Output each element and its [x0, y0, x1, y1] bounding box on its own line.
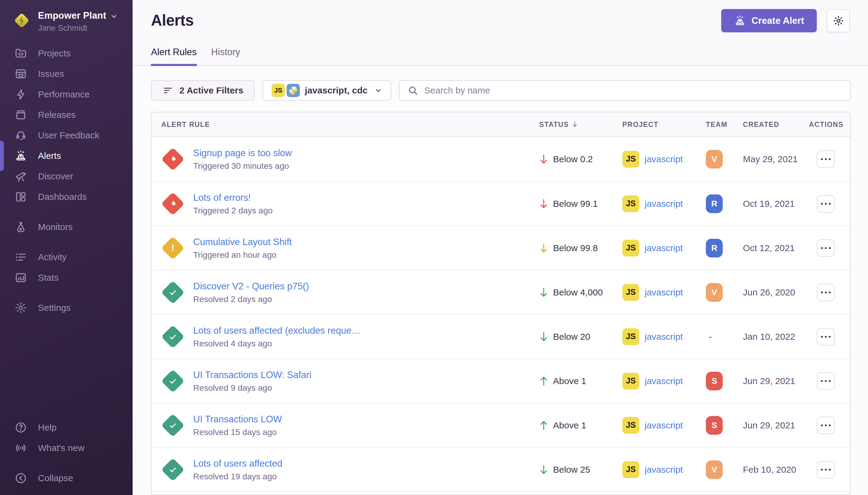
status-down-arrow-icon	[539, 331, 548, 342]
org-switcher[interactable]: Empower Plant Jane Schmidt	[12, 10, 118, 33]
sidebar-item-user-feedback[interactable]: User Feedback	[0, 125, 133, 146]
col-actions: Actions	[809, 120, 844, 129]
project-link[interactable]: javascript	[645, 464, 683, 475]
main-content: Alerts Create Alert Alert Rules His	[133, 0, 868, 495]
sidebar-item-collapse[interactable]: Collapse	[0, 468, 133, 488]
alert-rule-link[interactable]: Cumulative Layout Shift	[193, 236, 292, 247]
created-cell: Jan 10, 2022	[743, 331, 795, 342]
actions-cell	[817, 239, 835, 257]
sidebar-item-discover[interactable]: Discover	[0, 166, 133, 187]
row-actions-button[interactable]	[817, 150, 835, 168]
sidebar-item-issues[interactable]: Issues	[0, 64, 133, 84]
status-cell: Below 25	[539, 464, 590, 475]
col-project[interactable]: Project	[622, 120, 659, 129]
javascript-badge: JS	[622, 240, 639, 257]
created-cell: Oct 12, 2021	[743, 243, 795, 253]
team-avatar[interactable]: V	[706, 150, 723, 169]
sidebar-item-alerts[interactable]: Alerts	[0, 146, 133, 166]
create-alert-button[interactable]: Create Alert	[721, 9, 817, 32]
sidebar-item-releases[interactable]: Releases	[0, 105, 133, 125]
alert-rule-link[interactable]: Signup page is too slow	[193, 148, 292, 158]
discover-icon	[15, 170, 27, 183]
sidebar-item-label: User Feedback	[38, 130, 99, 140]
created-cell: Jun 26, 2020	[743, 287, 795, 297]
sidebar-item-label: Dashboards	[38, 192, 87, 202]
alert-rule-link[interactable]: UI Transactions LOW: Safari	[193, 369, 311, 380]
sidebar-item-monitors[interactable]: Monitors	[0, 217, 133, 237]
created-cell: Jun 29, 2021	[743, 376, 795, 386]
sidebar-item-label: Collapse	[38, 473, 73, 483]
active-filters-label: 2 Active Filters	[179, 85, 243, 96]
project-link[interactable]: javascript	[645, 154, 683, 164]
sidebar-item-label: What's new	[38, 443, 84, 453]
user-name: Jane Schmidt	[38, 23, 118, 33]
alert-rule-cell: Signup page is too slow Triggered 30 min…	[193, 148, 292, 171]
sidebar-item-dashboards[interactable]: Dashboards	[0, 187, 133, 207]
project-filter-dropdown[interactable]: JS javascript, cdc	[262, 80, 391, 101]
alert-rule-cell: Discover V2 - Queries p75() Resolved 2 d…	[193, 281, 309, 304]
settings-icon	[15, 302, 27, 314]
project-link[interactable]: javascript	[645, 420, 683, 430]
sidebar-item-help[interactable]: Help	[0, 417, 133, 438]
col-status[interactable]: Status	[539, 120, 578, 129]
team-avatar[interactable]: S	[706, 416, 723, 435]
page-title: Alerts	[151, 12, 194, 29]
alert-rule-link[interactable]: Lots of users affected	[193, 458, 282, 469]
tab-history[interactable]: History	[211, 47, 240, 66]
status-label: Below 20	[553, 331, 590, 342]
javascript-badge: JS	[272, 84, 285, 97]
sort-desc-icon	[571, 121, 578, 128]
sidebar-item-stats[interactable]: Stats	[0, 268, 133, 288]
create-alert-label: Create Alert	[751, 15, 804, 26]
alert-rule-cell: UI Transactions LOW Resolved 15 days ago	[193, 414, 282, 437]
sidebar-item-label: Monitors	[38, 222, 73, 232]
project-link[interactable]: javascript	[645, 199, 683, 209]
col-created[interactable]: Created	[743, 120, 779, 129]
row-actions-button[interactable]	[817, 239, 835, 257]
table-header: Alert Rule Status Project Team Created A…	[152, 113, 850, 137]
created-cell: Feb 10, 2020	[743, 464, 796, 475]
sidebar-item-what-s-new[interactable]: What's new	[0, 438, 133, 458]
row-actions-button[interactable]	[817, 416, 835, 434]
row-actions-button[interactable]	[817, 372, 835, 390]
active-filters-button[interactable]: 2 Active Filters	[151, 80, 255, 101]
col-team[interactable]: Team	[706, 120, 728, 129]
search-input[interactable]	[424, 85, 843, 96]
col-alert-rule[interactable]: Alert Rule	[161, 120, 210, 129]
project-cell: JS javascript	[622, 195, 683, 212]
row-actions-button[interactable]	[817, 328, 835, 345]
sidebar-item-activity[interactable]: Activity	[0, 247, 133, 268]
project-link[interactable]: javascript	[645, 331, 683, 342]
sidebar-item-performance[interactable]: Performance	[0, 84, 133, 105]
sidebar-item-settings[interactable]: Settings	[0, 297, 133, 318]
sidebar-nav: ProjectsIssuesPerformanceReleasesUser Fe…	[0, 43, 133, 318]
team-avatar[interactable]: R	[706, 239, 723, 257]
project-link[interactable]: javascript	[645, 287, 683, 297]
alert-rule-link[interactable]: UI Transactions LOW	[193, 414, 282, 425]
alert-rule-link[interactable]: Lots of errors!	[193, 192, 273, 203]
alert-settings-button[interactable]	[827, 9, 850, 32]
search-box	[399, 80, 851, 101]
projects-icon	[15, 47, 27, 60]
row-actions-button[interactable]	[817, 461, 835, 478]
team-avatar[interactable]: R	[706, 194, 723, 213]
team-avatar[interactable]: V	[706, 283, 723, 302]
alert-rule-link[interactable]: Lots of users affected (excludes reque…	[193, 325, 361, 336]
sidebar-item-projects[interactable]: Projects	[0, 43, 133, 64]
whats-new-icon	[15, 442, 27, 454]
help-icon	[15, 421, 27, 434]
row-actions-button[interactable]	[817, 284, 835, 301]
status-cell: Above 1	[539, 420, 586, 431]
project-link[interactable]: javascript	[645, 376, 683, 386]
project-cell: JS javascript	[622, 373, 683, 390]
project-link[interactable]: javascript	[645, 243, 683, 253]
row-actions-button[interactable]	[817, 195, 835, 212]
team-avatar[interactable]: V	[706, 460, 723, 479]
tab-alert-rules[interactable]: Alert Rules	[151, 47, 197, 66]
alert-rule-link[interactable]: Discover V2 - Queries p75()	[193, 281, 309, 291]
status-label: Below 4,000	[553, 287, 603, 297]
actions-cell	[817, 150, 835, 168]
team-avatar[interactable]: S	[706, 372, 723, 390]
resolved-check-icon	[160, 417, 185, 433]
sidebar-item-label: Stats	[38, 273, 58, 283]
